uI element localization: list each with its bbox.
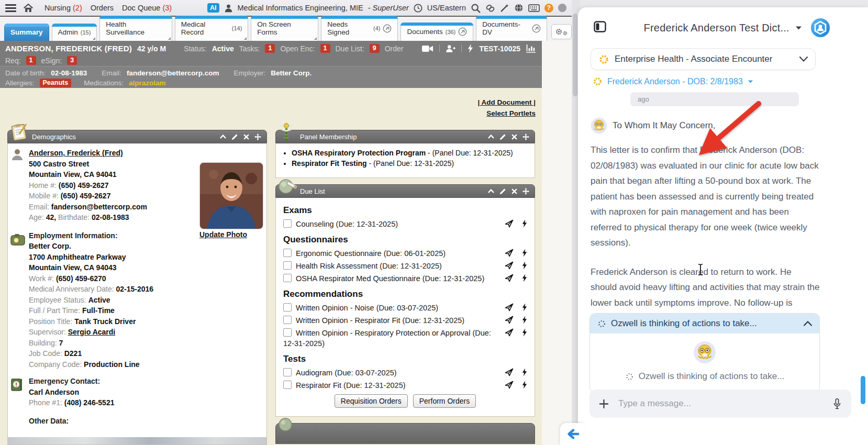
add-person-icon[interactable] xyxy=(446,44,455,53)
tab-documents-dv[interactable]: Documents-DV xyxy=(476,16,547,41)
bolt-icon[interactable] xyxy=(522,303,527,312)
tab-needs-signed[interactable]: Needs Signed(4) xyxy=(321,16,398,41)
attach-plus-icon[interactable] xyxy=(599,399,609,409)
send-icon[interactable] xyxy=(505,328,514,337)
bolt-icon[interactable] xyxy=(522,328,527,337)
edit-icon[interactable] xyxy=(231,134,238,140)
bolt-icon[interactable] xyxy=(522,316,527,324)
tasks-badge[interactable]: 1 xyxy=(265,44,275,53)
wand-icon[interactable] xyxy=(500,3,509,13)
move-icon[interactable] xyxy=(522,134,529,140)
ai-badge[interactable]: AI xyxy=(207,3,219,13)
checkbox[interactable] xyxy=(283,316,292,324)
record-id[interactable]: TEST-10025 xyxy=(479,44,520,53)
edit-icon[interactable] xyxy=(499,188,506,195)
move-icon[interactable] xyxy=(522,188,529,195)
sidebar-toggle-icon[interactable] xyxy=(594,21,606,32)
chat-session-title[interactable]: Frederick Anderson Test Dict... xyxy=(609,22,837,34)
tab-summary[interactable]: Summary xyxy=(4,24,49,41)
demographics-header[interactable]: Demographics xyxy=(7,130,267,143)
close-icon[interactable] xyxy=(511,188,517,194)
bolt-icon[interactable] xyxy=(522,368,527,376)
send-icon[interactable] xyxy=(505,316,514,324)
perform-orders-button[interactable]: Perform Orders xyxy=(413,394,476,408)
ozwell-logo[interactable] xyxy=(810,18,830,38)
due-list-header[interactable]: Due List xyxy=(275,184,535,198)
tab-on-screen-forms[interactable]: On Screen Forms xyxy=(251,16,318,41)
close-icon[interactable] xyxy=(243,134,249,140)
collapse-icon[interactable] xyxy=(488,189,494,193)
hamburger-menu-icon[interactable] xyxy=(5,3,16,14)
checkbox[interactable] xyxy=(283,381,292,389)
tab-admin[interactable]: Admin(15) xyxy=(52,24,97,41)
external-link-icon[interactable] xyxy=(383,24,392,33)
send-icon[interactable] xyxy=(505,219,514,228)
nav-nursing[interactable]: Nursing (2) xyxy=(44,4,82,12)
bolt-icon[interactable] xyxy=(522,274,527,282)
checkbox[interactable] xyxy=(283,249,292,257)
add-document-link[interactable]: | Add Document | xyxy=(477,98,536,106)
globe-icon[interactable] xyxy=(514,3,524,13)
req-badge[interactable]: 1 xyxy=(26,56,36,65)
bolt-icon[interactable] xyxy=(522,381,527,389)
checkbox[interactable] xyxy=(283,274,292,282)
send-icon[interactable] xyxy=(505,261,514,270)
org-name[interactable]: Medical Informatics Engineering, MIE xyxy=(238,4,363,12)
send-icon[interactable] xyxy=(505,381,514,389)
send-icon[interactable] xyxy=(505,274,514,282)
collapse-icon[interactable] xyxy=(220,135,226,139)
panel-membership-header[interactable]: Panel Membership xyxy=(275,130,535,143)
requisition-orders-button[interactable]: Requisition Orders xyxy=(335,394,408,408)
patient-name-link[interactable]: Anderson, Frederick (Fred) xyxy=(29,149,123,157)
bolt-icon[interactable] xyxy=(522,219,527,228)
external-link-icon[interactable] xyxy=(532,24,541,33)
tab-medical-record[interactable]: Medical Record(14) xyxy=(175,16,248,41)
send-icon[interactable] xyxy=(505,249,514,257)
open-enc-badge[interactable]: 1 xyxy=(320,44,330,53)
bolt-icon[interactable] xyxy=(522,249,527,257)
checkbox[interactable] xyxy=(283,261,292,270)
edit-icon[interactable] xyxy=(499,134,506,140)
timezone-label[interactable]: US/Eastern xyxy=(427,4,466,12)
send-icon[interactable] xyxy=(505,303,514,312)
medication-value[interactable]: alprazolam xyxy=(129,79,166,87)
allergy-badge[interactable]: Peanuts xyxy=(40,79,72,87)
chart-stats-icon[interactable] xyxy=(526,44,537,53)
video-camera-icon[interactable] xyxy=(422,45,433,52)
encounter-selector[interactable]: Enterprise Health - Associate Encounter xyxy=(591,48,816,70)
due-list-badge[interactable]: 9 xyxy=(370,44,380,53)
scrollbar-thumb[interactable] xyxy=(573,14,577,96)
thinking-card-header[interactable]: Ozwell is thinking of actions to take... xyxy=(590,314,819,333)
select-portlets-link[interactable]: Select Portlets xyxy=(477,109,536,117)
order-link[interactable]: Order xyxy=(385,44,404,53)
checkbox[interactable] xyxy=(283,303,292,312)
update-photo-link[interactable]: Update Photo xyxy=(199,230,247,239)
chat-scrollbar-thumb[interactable] xyxy=(861,376,865,404)
nav-doc-queue[interactable]: Doc Queue (3) xyxy=(122,4,172,12)
nav-orders[interactable]: Orders xyxy=(91,4,114,12)
link-icon[interactable] xyxy=(485,4,495,13)
supervisor-link[interactable]: Sergio Acardi xyxy=(68,328,116,336)
microphone-icon[interactable] xyxy=(832,398,842,410)
search-icon[interactable] xyxy=(471,3,481,13)
close-icon[interactable] xyxy=(511,134,517,140)
move-icon[interactable] xyxy=(254,134,261,140)
help-icon[interactable]: ? xyxy=(544,4,553,13)
send-icon[interactable] xyxy=(505,368,514,376)
checkbox[interactable] xyxy=(283,368,292,376)
tab-health-surveillance[interactable]: Health Surveillance xyxy=(99,16,172,41)
home-icon[interactable] xyxy=(23,3,34,13)
checkbox[interactable] xyxy=(283,328,292,337)
message-input[interactable] xyxy=(617,398,824,409)
tab-settings-button[interactable] xyxy=(551,24,572,39)
chat-patient-link[interactable]: Frederick Anderson - DOB: 2/8/1983 xyxy=(593,76,753,86)
external-link-icon[interactable] xyxy=(458,27,467,36)
collapse-panel-button[interactable] xyxy=(560,423,585,445)
quick-action-bolt-icon[interactable] xyxy=(468,44,473,53)
chevron-up-icon[interactable] xyxy=(804,321,812,326)
checkbox[interactable] xyxy=(283,219,292,228)
esign-badge[interactable]: 3 xyxy=(67,56,77,65)
patient-name[interactable]: ANDERSON, FREDERICK (FRED) xyxy=(5,44,132,53)
keyboard-icon[interactable] xyxy=(528,4,540,12)
bolt-icon[interactable] xyxy=(522,261,527,270)
